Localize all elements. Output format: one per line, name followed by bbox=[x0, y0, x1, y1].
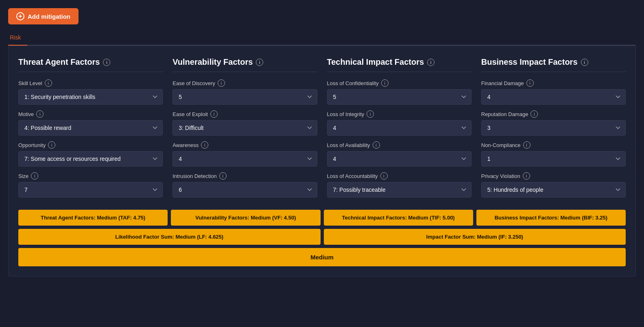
field-select-reputation-damage[interactable]: 1359 bbox=[481, 120, 626, 136]
field-label-size: Size i bbox=[18, 172, 163, 180]
field-label-text-ease-of-exploit: Ease of Exploit bbox=[172, 111, 208, 117]
column-vulnerability: Vulnerability Factors iEase of Discovery… bbox=[172, 57, 317, 203]
field-label-financial-damage: Financial Damage i bbox=[481, 79, 626, 87]
field-group-intrusion-detection: Intrusion Detection i13689 bbox=[172, 172, 317, 198]
main-content: Threat Agent Factors iSkill Level i1: Se… bbox=[8, 46, 636, 277]
summary-button-technical-impact[interactable]: Technical Impact Factors: Medium (TIF: 5… bbox=[324, 210, 473, 226]
field-info-icon-reputation-damage[interactable]: i bbox=[530, 110, 538, 118]
field-select-loss-of-confidentiality[interactable]: 25679 bbox=[327, 89, 472, 105]
tab-bar: Risk bbox=[8, 31, 636, 46]
summary-button-vulnerability[interactable]: Vulnerability Factors: Medium (VF: 4.50) bbox=[171, 210, 320, 226]
field-select-awareness[interactable]: 1469 bbox=[172, 151, 317, 167]
field-info-icon-size[interactable]: i bbox=[31, 172, 38, 180]
field-group-non-compliance: Non-Compliance i1257 bbox=[481, 141, 626, 167]
field-select-motive[interactable]: 1: Low or no reward4: Possible reward9: … bbox=[18, 120, 163, 136]
field-group-loss-of-integrity: Loss of Integrity i134579 bbox=[327, 110, 472, 136]
field-group-loss-of-confidentiality: Loss of Confidentiality i25679 bbox=[327, 79, 472, 105]
field-info-icon-financial-damage[interactable]: i bbox=[526, 79, 534, 87]
field-group-opportunity: Opportunity i0: Full access or expensive… bbox=[18, 141, 163, 167]
info-icon-vulnerability[interactable]: i bbox=[256, 59, 263, 66]
field-group-reputation-damage: Reputation Damage i1359 bbox=[481, 110, 626, 136]
column-divider-threat-agent bbox=[18, 72, 163, 72]
field-label-text-loss-of-availability: Loss of Availability bbox=[327, 142, 370, 148]
field-group-ease-of-exploit: Ease of Exploit i1: Theoretical3: Diffic… bbox=[172, 110, 317, 136]
column-threat-agent: Threat Agent Factors iSkill Level i1: Se… bbox=[18, 57, 163, 203]
column-divider-business-impact bbox=[481, 72, 626, 72]
column-business-impact: Business Impact Factors iFinancial Damag… bbox=[481, 57, 626, 203]
field-label-text-motive: Motive bbox=[18, 111, 34, 117]
summary-button-threat-agent[interactable]: Threat Agent Factors: Medium (TAF: 4.75) bbox=[18, 210, 168, 226]
field-select-intrusion-detection[interactable]: 13689 bbox=[172, 182, 317, 198]
field-label-opportunity: Opportunity i bbox=[18, 141, 163, 149]
column-header-vulnerability: Vulnerability Factors i bbox=[172, 57, 317, 67]
field-info-icon-loss-of-availability[interactable]: i bbox=[373, 141, 380, 149]
field-label-text-opportunity: Opportunity bbox=[18, 142, 46, 148]
field-label-intrusion-detection: Intrusion Detection i bbox=[172, 172, 317, 180]
field-info-icon-ease-of-exploit[interactable]: i bbox=[210, 110, 218, 118]
field-info-icon-non-compliance[interactable]: i bbox=[523, 141, 530, 149]
add-mitigation-button[interactable]: + Add mitigation bbox=[8, 8, 79, 24]
field-group-privacy-violation: Privacy Violation i3: One person5: Hundr… bbox=[481, 172, 626, 198]
field-select-skill-level[interactable]: 1: Security penetration skills3: Some te… bbox=[18, 89, 163, 105]
field-group-size: Size i245679 bbox=[18, 172, 163, 198]
field-info-icon-opportunity[interactable]: i bbox=[48, 141, 55, 149]
field-info-icon-loss-of-integrity[interactable]: i bbox=[367, 110, 374, 118]
field-info-icon-skill-level[interactable]: i bbox=[45, 79, 52, 87]
field-info-icon-loss-of-confidentiality[interactable]: i bbox=[381, 79, 389, 87]
field-label-text-reputation-damage: Reputation Damage bbox=[481, 111, 528, 117]
add-mitigation-label: Add mitigation bbox=[28, 13, 70, 20]
field-group-skill-level: Skill Level i1: Security penetration ski… bbox=[18, 79, 163, 105]
field-label-text-size: Size bbox=[18, 173, 28, 179]
field-label-text-privacy-violation: Privacy Violation bbox=[481, 173, 520, 179]
field-label-non-compliance: Non-Compliance i bbox=[481, 141, 626, 149]
field-label-text-loss-of-confidentiality: Loss of Confidentiality bbox=[327, 80, 379, 86]
field-select-ease-of-exploit[interactable]: 1: Theoretical3: Difficult5: Easy9: Auto… bbox=[172, 120, 317, 136]
column-title-technical-impact: Technical Impact Factors bbox=[327, 57, 424, 67]
field-label-skill-level: Skill Level i bbox=[18, 79, 163, 87]
field-select-privacy-violation[interactable]: 3: One person5: Hundreds of people7: Tho… bbox=[481, 182, 626, 198]
field-label-loss-of-confidentiality: Loss of Confidentiality i bbox=[327, 79, 472, 87]
field-select-loss-of-accountability[interactable]: 1: Fully traceable7: Possibly traceable9… bbox=[327, 182, 472, 198]
field-info-icon-ease-of-discovery[interactable]: i bbox=[218, 79, 225, 87]
field-group-ease-of-discovery: Ease of Discovery i13579 bbox=[172, 79, 317, 105]
field-label-ease-of-exploit: Ease of Exploit i bbox=[172, 110, 317, 118]
field-select-ease-of-discovery[interactable]: 13579 bbox=[172, 89, 317, 105]
field-label-text-intrusion-detection: Intrusion Detection bbox=[172, 173, 216, 179]
field-info-icon-awareness[interactable]: i bbox=[201, 141, 208, 149]
info-icon-threat-agent[interactable]: i bbox=[103, 59, 110, 66]
field-label-motive: Motive i bbox=[18, 110, 163, 118]
field-label-loss-of-availability: Loss of Availability i bbox=[327, 141, 472, 149]
column-title-business-impact: Business Impact Factors bbox=[481, 57, 578, 67]
field-info-icon-motive[interactable]: i bbox=[36, 110, 44, 118]
column-divider-vulnerability bbox=[172, 72, 317, 72]
field-select-size[interactable]: 245679 bbox=[18, 182, 163, 198]
column-header-threat-agent: Threat Agent Factors i bbox=[18, 57, 163, 67]
field-select-opportunity[interactable]: 0: Full access or expensive resources re… bbox=[18, 151, 163, 167]
column-technical-impact: Technical Impact Factors iLoss of Confid… bbox=[327, 57, 472, 203]
info-icon-business-impact[interactable]: i bbox=[581, 59, 588, 66]
impact-factor-sum-button[interactable]: Impact Factor Sum: Medium (IF: 3.250) bbox=[324, 229, 626, 245]
field-select-loss-of-availability[interactable]: 134579 bbox=[327, 151, 472, 167]
field-info-icon-intrusion-detection[interactable]: i bbox=[219, 172, 227, 180]
field-select-loss-of-integrity[interactable]: 134579 bbox=[327, 120, 472, 136]
tab-risk[interactable]: Risk bbox=[8, 31, 27, 46]
column-title-vulnerability: Vulnerability Factors bbox=[172, 57, 253, 67]
column-divider-technical-impact bbox=[327, 72, 472, 72]
field-info-icon-loss-of-accountability[interactable]: i bbox=[380, 172, 388, 180]
field-label-text-non-compliance: Non-Compliance bbox=[481, 142, 521, 148]
field-group-financial-damage: Financial Damage i13479 bbox=[481, 79, 626, 105]
likelihood-factor-sum-button[interactable]: Likelihood Factor Sum: Medium (LF: 4.625… bbox=[18, 229, 321, 245]
field-label-text-ease-of-discovery: Ease of Discovery bbox=[172, 80, 215, 86]
field-label-awareness: Awareness i bbox=[172, 141, 317, 149]
overall-result-button[interactable]: Medium bbox=[18, 248, 626, 266]
summary-row-two: Likelihood Factor Sum: Medium (LF: 4.625… bbox=[18, 229, 626, 245]
field-label-text-skill-level: Skill Level bbox=[18, 80, 42, 86]
field-info-icon-privacy-violation[interactable]: i bbox=[523, 172, 530, 180]
summary-button-business-impact[interactable]: Business Impact Factors: Medium (BIF: 3.… bbox=[476, 210, 626, 226]
field-select-non-compliance[interactable]: 1257 bbox=[481, 151, 626, 167]
field-group-loss-of-availability: Loss of Availability i134579 bbox=[327, 141, 472, 167]
info-icon-technical-impact[interactable]: i bbox=[427, 59, 434, 66]
column-title-threat-agent: Threat Agent Factors bbox=[18, 57, 100, 67]
field-select-financial-damage[interactable]: 13479 bbox=[481, 89, 626, 105]
plus-icon: + bbox=[16, 12, 24, 20]
